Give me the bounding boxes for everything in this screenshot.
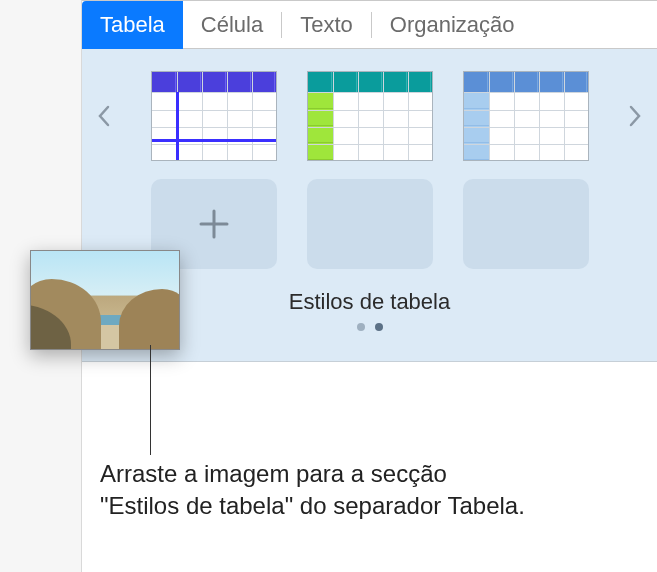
inspector-tabs: Tabela Célula Texto Organização (82, 1, 657, 49)
callout-leader-line (150, 345, 151, 455)
chevron-left-icon[interactable] (82, 105, 126, 127)
tab-texto[interactable]: Texto (282, 1, 371, 49)
table-style-thumb-2[interactable] (307, 71, 433, 161)
style-slot-empty (463, 179, 589, 269)
table-style-thumb-1[interactable] (151, 71, 277, 161)
tab-celula[interactable]: Célula (183, 1, 281, 49)
style-row (82, 71, 657, 161)
dragged-image-thumbnail[interactable] (30, 250, 180, 350)
chevron-right-icon[interactable] (613, 105, 657, 127)
plus-icon (197, 207, 231, 241)
page-dot[interactable] (357, 323, 365, 331)
table-style-thumb-3[interactable] (463, 71, 589, 161)
page-dot-active[interactable] (375, 323, 383, 331)
style-thumbnails (126, 71, 613, 161)
tab-tabela[interactable]: Tabela (82, 1, 183, 49)
callout-text: Arraste a imagem para a secção "Estilos … (100, 458, 530, 523)
tab-organizacao[interactable]: Organização (372, 1, 533, 49)
style-slot-empty (307, 179, 433, 269)
